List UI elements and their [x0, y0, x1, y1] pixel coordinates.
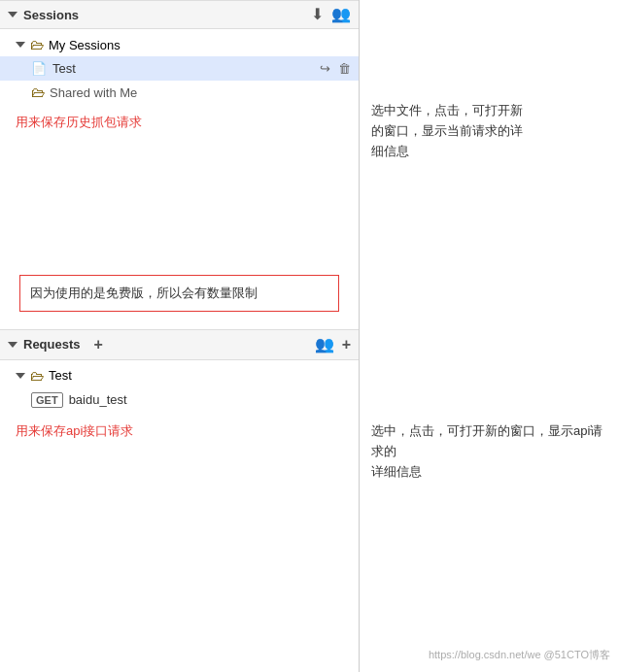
- sessions-section-header: Sessions ⬇ 👥: [0, 0, 359, 29]
- requests-plus-icon[interactable]: +: [94, 336, 103, 353]
- left-panel: Sessions ⬇ 👥 🗁 My Sessions 📄 Test ↪ 🗑 🗁 …: [0, 0, 360, 672]
- baidu-test-item[interactable]: GET baidu_test: [0, 387, 359, 413]
- spacer-1: [0, 139, 359, 217]
- my-sessions-triangle-icon: [16, 42, 25, 48]
- test-group-triangle-icon: [16, 373, 25, 379]
- right-annotation-requests: 选中，点击，可打开新的窗口，显示api请求的 详细信息: [367, 418, 612, 486]
- requests-header-left: Requests +: [8, 336, 103, 353]
- test-group-folder-icon: 🗁: [30, 368, 44, 384]
- test-session-label: Test: [52, 61, 314, 76]
- get-method-badge: GET: [31, 392, 63, 408]
- requests-header-icons: 👥 +: [315, 337, 351, 353]
- test-group-label: Test: [49, 368, 72, 383]
- sessions-group-icon[interactable]: 👥: [331, 7, 351, 22]
- test-session-item[interactable]: 📄 Test ↪ 🗑: [0, 56, 359, 81]
- my-sessions-header[interactable]: 🗁 My Sessions: [0, 33, 359, 56]
- test-session-delete-icon[interactable]: 🗑: [338, 61, 351, 76]
- test-session-file-icon: 📄: [31, 61, 47, 76]
- test-session-actions: ↪ 🗑: [320, 61, 351, 76]
- notice-box: 因为使用的是免费版，所以会有数量限制: [19, 275, 339, 312]
- shared-folder-icon: 🗁: [31, 84, 45, 100]
- sessions-header-icons: ⬇ 👥: [311, 7, 351, 22]
- sessions-header-left: Sessions: [8, 8, 79, 22]
- sessions-triangle-icon[interactable]: [8, 12, 17, 17]
- sessions-download-icon[interactable]: ⬇: [311, 7, 324, 22]
- my-sessions-folder-icon: 🗁: [30, 37, 44, 52]
- sessions-label: Sessions: [23, 8, 79, 22]
- test-session-redirect-icon[interactable]: ↪: [320, 61, 330, 76]
- sessions-annotation: 用来保存历史抓包请求: [0, 108, 359, 139]
- watermark: https://blog.csdn.net/we @51CTO博客: [429, 648, 610, 662]
- right-annotation-sessions: 选中文件，点击，可打开新 的窗口，显示当前请求的详 细信息: [367, 97, 612, 165]
- shared-with-me-label: Shared with Me: [50, 85, 137, 100]
- baidu-test-label: baidu_test: [69, 392, 351, 407]
- my-sessions-group: 🗁 My Sessions 📄 Test ↪ 🗑 🗁 Shared with M…: [0, 29, 359, 108]
- requests-annotation: 用来保存api接口请求: [0, 417, 359, 448]
- notice-text: 因为使用的是免费版，所以会有数量限制: [30, 286, 258, 300]
- requests-label: Requests: [23, 337, 81, 352]
- requests-section-header: Requests + 👥 +: [0, 329, 359, 360]
- my-sessions-label: My Sessions: [49, 38, 121, 52]
- test-group-header[interactable]: 🗁 Test: [0, 364, 359, 387]
- requests-group-icon[interactable]: 👥: [315, 337, 334, 353]
- requests-triangle-icon[interactable]: [8, 342, 17, 348]
- test-group: 🗁 Test GET baidu_test: [0, 360, 359, 417]
- shared-with-me-item[interactable]: 🗁 Shared with Me: [0, 81, 359, 104]
- requests-add-icon[interactable]: +: [342, 337, 351, 353]
- right-panel: 选中文件，点击，可打开新 的窗口，显示当前请求的详 细信息 选中，点击，可打开新…: [360, 0, 620, 672]
